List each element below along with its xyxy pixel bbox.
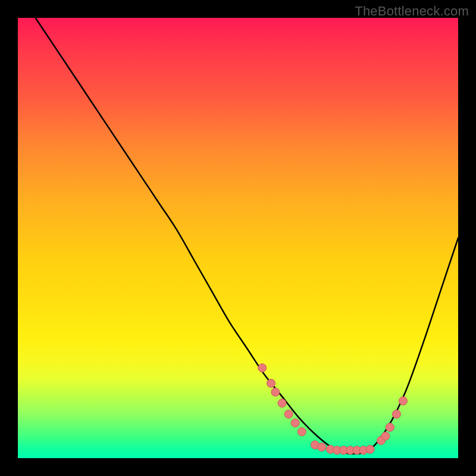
data-point (291, 419, 299, 427)
data-point (284, 410, 293, 418)
data-point (392, 410, 400, 418)
data-point (399, 397, 408, 405)
data-point (366, 445, 374, 453)
data-point (318, 443, 326, 452)
data-point (271, 388, 280, 396)
data-point (298, 428, 306, 436)
bottleneck-curve (36, 18, 458, 454)
data-point (386, 423, 394, 431)
chart-container: TheBottleneck.com (0, 0, 476, 476)
data-point (278, 399, 286, 408)
watermark-text: TheBottleneck.com (355, 4, 469, 19)
data-point (267, 379, 275, 387)
curve-layer (18, 18, 458, 458)
data-point (258, 364, 267, 372)
data-points (258, 364, 408, 454)
plot-area (18, 18, 458, 458)
data-point (381, 432, 390, 440)
